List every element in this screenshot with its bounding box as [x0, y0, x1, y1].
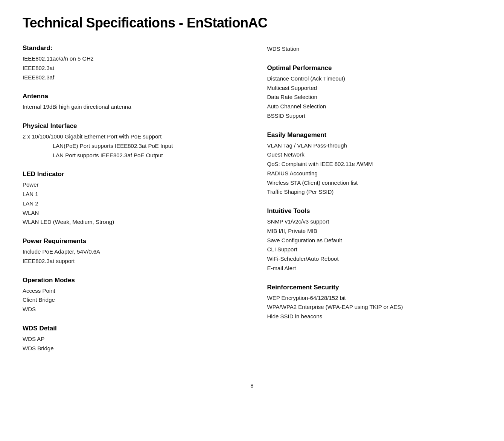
page-title: Technical Specifications - EnStationAC — [23, 15, 481, 31]
left-column: Standard: IEEE802.11ac/a/n on 5 GHz IEEE… — [23, 44, 237, 363]
section-title-wds-detail: WDS Detail — [23, 325, 237, 332]
standard-line-3: IEEE802.3af — [23, 73, 237, 82]
led-line-5: WLAN LED (Weak, Medium, Strong) — [23, 217, 237, 227]
section-body-physical-interface: 2 x 10/100/1000 Gigabit Ethernet Port wi… — [23, 132, 237, 160]
section-optimal-performance: Optimal Performance Distance Control (Ac… — [267, 64, 482, 121]
section-body-optimal-performance: Distance Control (Ack Timeout) Multicast… — [267, 74, 482, 121]
operation-line-1: Access Point — [23, 286, 237, 296]
physical-indented: LAN(PoE) Port supports IEEE802.3at PoE I… — [23, 141, 237, 160]
intuitive-line-3: Save Configuration as Default — [267, 236, 482, 245]
section-body-wds-detail: WDS AP WDS Bridge — [23, 335, 237, 353]
optimal-line-5: BSSID Support — [267, 111, 482, 121]
section-body-operation-modes: Access Point Client Bridge WDS — [23, 286, 237, 314]
section-body-antenna: Internal 19dBi high gain directional ant… — [23, 102, 237, 112]
optimal-line-4: Auto Channel Selection — [267, 102, 482, 111]
section-led-indicator: LED Indicator Power LAN 1 LAN 2 WLAN WLA… — [23, 170, 237, 227]
section-title-optimal-performance: Optimal Performance — [267, 64, 482, 72]
led-line-3: LAN 2 — [23, 199, 237, 208]
section-easily-management: Easily Management VLAN Tag / VLAN Pass-t… — [267, 131, 482, 197]
security-line-1: WEP Encryption-64/128/152 bit — [267, 293, 482, 303]
intuitive-line-1: SNMP v1/v2c/v3 support — [267, 217, 482, 227]
section-title-physical-interface: Physical Interface — [23, 122, 237, 130]
section-body-reinforcement-security: WEP Encryption-64/128/152 bit WPA/WPA2 E… — [267, 293, 482, 321]
optimal-line-3: Data Rate Selection — [267, 93, 482, 102]
operation-line-2: Client Bridge — [23, 295, 237, 305]
section-title-operation-modes: Operation Modes — [23, 277, 237, 284]
section-title-intuitive-tools: Intuitive Tools — [267, 207, 482, 215]
section-body-led-indicator: Power LAN 1 LAN 2 WLAN WLAN LED (Weak, M… — [23, 180, 237, 227]
intuitive-line-5: WiFi-Scheduler/Auto Reboot — [267, 254, 482, 264]
section-title-reinforcement-security: Reinforcement Security — [267, 284, 482, 291]
section-reinforcement-security: Reinforcement Security WEP Encryption-64… — [267, 284, 482, 321]
section-standard: Standard: IEEE802.11ac/a/n on 5 GHz IEEE… — [23, 44, 237, 82]
standard-line-1: IEEE802.11ac/a/n on 5 GHz — [23, 54, 237, 64]
led-line-1: Power — [23, 180, 237, 190]
section-intuitive-tools: Intuitive Tools SNMP v1/v2c/v3 support M… — [267, 207, 482, 273]
content-columns: Standard: IEEE802.11ac/a/n on 5 GHz IEEE… — [23, 44, 481, 363]
section-physical-interface: Physical Interface 2 x 10/100/1000 Gigab… — [23, 122, 237, 160]
right-column: WDS Station Optimal Performance Distance… — [267, 44, 482, 363]
easily-line-4: RADIUS Accounting — [267, 169, 482, 178]
physical-line-1: 2 x 10/100/1000 Gigabit Ethernet Port wi… — [23, 132, 237, 141]
led-line-2: LAN 1 — [23, 190, 237, 199]
easily-line-1: VLAN Tag / VLAN Pass-through — [267, 141, 482, 151]
intuitive-line-4: CLI Support — [267, 245, 482, 254]
easily-line-2: Guest Network — [267, 150, 482, 160]
physical-indented-line-1: LAN(PoE) Port supports IEEE802.3at PoE I… — [53, 141, 237, 151]
physical-indented-line-2: LAN Port supports IEEE802.3af PoE Output — [53, 151, 237, 160]
power-line-2: IEEE802.3at support — [23, 257, 237, 266]
page-number: 8 — [23, 382, 481, 389]
security-line-3: Hide SSID in beacons — [267, 312, 482, 321]
intuitive-line-6: E-mail Alert — [267, 264, 482, 273]
standard-line-2: IEEE802.3at — [23, 64, 237, 73]
easily-line-5: Wireless STA (Client) connection list — [267, 178, 482, 188]
power-line-1: Include PoE Adapter, 54V/0.6A — [23, 247, 237, 257]
section-operation-modes: Operation Modes Access Point Client Brid… — [23, 277, 237, 314]
section-title-standard: Standard: — [23, 44, 237, 52]
section-power-requirements: Power Requirements Include PoE Adapter, … — [23, 237, 237, 266]
section-title-antenna: Antenna — [23, 93, 237, 100]
intuitive-line-2: MIB I/II, Private MIB — [267, 227, 482, 236]
section-body-power-requirements: Include PoE Adapter, 54V/0.6A IEEE802.3a… — [23, 247, 237, 266]
easily-line-6: Traffic Shaping (Per SSID) — [267, 187, 482, 197]
section-title-power-requirements: Power Requirements — [23, 237, 237, 245]
section-title-easily-management: Easily Management — [267, 131, 482, 139]
section-body-intuitive-tools: SNMP v1/v2c/v3 support MIB I/II, Private… — [267, 217, 482, 273]
section-title-led-indicator: LED Indicator — [23, 170, 237, 178]
wds-detail-line-2: WDS Bridge — [23, 344, 237, 353]
section-body-easily-management: VLAN Tag / VLAN Pass-through Guest Netwo… — [267, 141, 482, 197]
wds-detail-line-1: WDS AP — [23, 335, 237, 344]
section-wds-detail: WDS Detail WDS AP WDS Bridge — [23, 325, 237, 353]
optimal-line-1: Distance Control (Ack Timeout) — [267, 74, 482, 84]
easily-line-3: QoS: Complaint with IEEE 802.11e /WMM — [267, 160, 482, 169]
operation-line-3: WDS — [23, 305, 237, 314]
section-body-wds-station: WDS Station — [267, 44, 482, 54]
section-body-standard: IEEE802.11ac/a/n on 5 GHz IEEE802.3at IE… — [23, 54, 237, 82]
section-wds-station: WDS Station — [267, 44, 482, 54]
optimal-line-2: Multicast Supported — [267, 84, 482, 93]
antenna-line-1: Internal 19dBi high gain directional ant… — [23, 102, 237, 112]
wds-station-line-1: WDS Station — [267, 44, 482, 54]
led-line-4: WLAN — [23, 208, 237, 218]
section-antenna: Antenna Internal 19dBi high gain directi… — [23, 93, 237, 112]
security-line-2: WPA/WPA2 Enterprise (WPA-EAP using TKIP … — [267, 303, 482, 312]
